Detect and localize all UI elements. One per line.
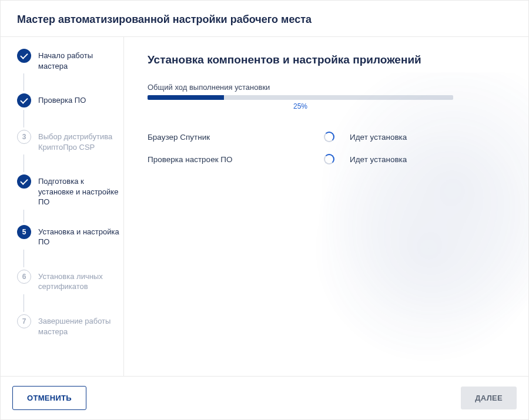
step-1: Начало работы мастера: [17, 49, 123, 71]
spinner-icon: [324, 132, 334, 142]
task-name: Проверка настроек ПО: [148, 155, 324, 164]
step-label: Завершение работы мастера: [38, 314, 120, 337]
step-4: Подготовка к установке и настройке ПО: [17, 174, 123, 207]
step-label: Начало работы мастера: [38, 49, 120, 71]
spinner-icon: [324, 154, 334, 164]
step-number-icon: 3: [17, 130, 31, 144]
dialog-header: Мастер автоматизированной настройки рабо…: [1, 1, 528, 37]
progress-fill: [148, 95, 224, 100]
step-label: Установка и настройка ПО: [38, 225, 120, 247]
dialog-body: Начало работы мастера Проверка ПО 3 Выбо…: [1, 37, 528, 376]
dialog-footer: ОТМЕНИТЬ ДАЛЕЕ: [1, 376, 528, 419]
step-connector: [24, 154, 24, 172]
step-3: 3 Выбор дистрибутива КриптоПро CSP: [17, 130, 123, 152]
step-number-icon: 7: [17, 314, 31, 328]
step-5: 5 Установка и настройка ПО: [17, 225, 123, 247]
step-7: 7 Завершение работы мастера: [17, 314, 123, 337]
progress-percent-text: 25%: [148, 102, 453, 110]
checkmark-icon: [17, 174, 31, 189]
step-label: Установка личных сертификатов: [38, 270, 120, 292]
install-task-row: Проверка настроек ПО Идет установка: [148, 148, 477, 170]
cancel-button[interactable]: ОТМЕНИТЬ: [12, 386, 86, 410]
background-eagle-icon: [305, 72, 528, 366]
dialog-title: Мастер автоматизированной настройки рабо…: [17, 14, 512, 26]
panel-heading: Установка компонентов и настройка прилож…: [148, 53, 505, 66]
task-status: Идет установка: [350, 133, 407, 142]
step-label: Проверка ПО: [38, 93, 86, 106]
step-connector: [24, 210, 24, 223]
step-connector: [24, 73, 24, 91]
checkmark-icon: [17, 49, 31, 63]
overall-progress-bar: [148, 95, 453, 100]
task-status: Идет установка: [350, 155, 407, 164]
step-connector: [24, 294, 24, 312]
next-button[interactable]: ДАЛЕЕ: [461, 387, 517, 409]
main-panel: Установка компонентов и настройка прилож…: [124, 37, 528, 376]
checkmark-icon: [17, 93, 31, 107]
progress-label: Общий ход выполнения установки: [148, 83, 505, 92]
wizard-dialog: Мастер автоматизированной настройки рабо…: [0, 0, 529, 420]
step-6: 6 Установка личных сертификатов: [17, 270, 123, 292]
step-2: Проверка ПО: [17, 93, 123, 107]
step-number-icon: 5: [17, 225, 31, 239]
step-label: Подготовка к установке и настройке ПО: [38, 174, 120, 207]
wizard-steps-sidebar: Начало работы мастера Проверка ПО 3 Выбо…: [1, 37, 124, 376]
task-name: Браузер Спутник: [148, 133, 324, 142]
step-label: Выбор дистрибутива КриптоПро CSP: [38, 130, 120, 152]
step-connector: [24, 110, 24, 127]
install-task-row: Браузер Спутник Идет установка: [148, 126, 477, 148]
step-number-icon: 6: [17, 270, 31, 284]
step-connector: [24, 250, 24, 267]
